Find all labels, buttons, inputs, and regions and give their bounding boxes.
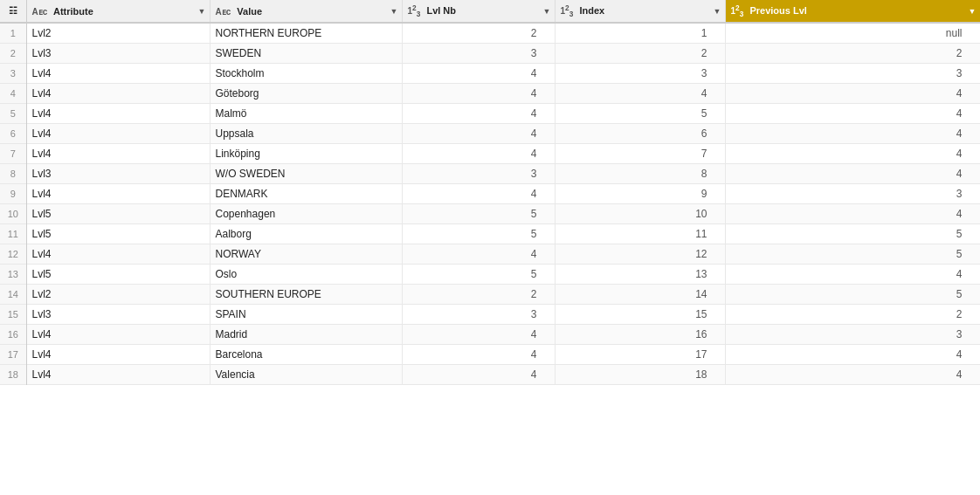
dropdown-arrow-attr[interactable]: ▼ [198,7,206,16]
header-lvlnb[interactable]: 123 Lvl Nb ▼ [402,0,555,23]
cell-lvlnb: 4 [402,104,555,124]
cell-row-num: 6 [0,124,26,144]
cell-attribute: Lvl4 [26,104,210,124]
cell-value: Barcelona [210,345,402,365]
header-index[interactable]: 123 Index ▼ [555,0,725,23]
cell-index: 11 [555,224,725,244]
cell-attribute: Lvl4 [26,124,210,144]
cell-row-num: 14 [0,285,26,305]
cell-attribute: Lvl4 [26,244,210,265]
cell-previous-lvl: 3 [725,325,980,345]
cell-lvlnb: 5 [402,265,555,285]
cell-index: 14 [555,285,725,305]
cell-lvlnb: 2 [402,23,555,44]
dropdown-arrow-value[interactable]: ▼ [390,7,398,16]
cell-value: W/O SWEDEN [210,164,402,184]
dropdown-arrow-lvlnb[interactable]: ▼ [543,7,551,16]
abc-icon-attr: Aᴇc [32,7,48,17]
cell-attribute: Lvl3 [26,305,210,325]
cell-index: 4 [555,84,725,104]
cell-previous-lvl: 5 [725,285,980,305]
cell-index: 9 [555,184,725,204]
cell-attribute: Lvl4 [26,84,210,104]
cell-value: SOUTHERN EUROPE [210,285,402,305]
cell-attribute: Lvl4 [26,365,210,385]
table-body: 1Lvl2NORTHERN EUROPE21null2Lvl3SWEDEN322… [0,23,980,385]
cell-lvlnb: 4 [402,365,555,385]
header-previous-lvl[interactable]: 123 Previous Lvl ▼ [725,0,980,23]
cell-row-num: 2 [0,44,26,64]
cell-previous-lvl: 4 [725,144,980,164]
table-row: 1Lvl2NORTHERN EUROPE21null [0,23,980,44]
cell-row-num: 9 [0,184,26,204]
cell-previous-lvl: 3 [725,184,980,204]
cell-previous-lvl: 5 [725,224,980,244]
data-table: ☷ Aᴇc Attribute ▼ Aᴇc Value ▼ 123 Lvl Nb… [0,0,980,385]
cell-value: Oslo [210,265,402,285]
cell-previous-lvl: 2 [725,44,980,64]
cell-index: 5 [555,104,725,124]
cell-row-num: 8 [0,164,26,184]
header-attribute[interactable]: Aᴇc Attribute ▼ [26,0,210,23]
table-row: 17Lvl4Barcelona4174 [0,345,980,365]
table-row: 14Lvl2SOUTHERN EUROPE2145 [0,285,980,305]
table-row: 18Lvl4Valencia4184 [0,365,980,385]
table-row: 4Lvl4Göteborg444 [0,84,980,104]
cell-index: 3 [555,64,725,84]
cell-index: 13 [555,265,725,285]
cell-index: 10 [555,204,725,224]
cell-previous-lvl: 4 [725,265,980,285]
header-value[interactable]: Aᴇc Value ▼ [210,0,402,23]
cell-lvlnb: 3 [402,164,555,184]
cell-value: Valencia [210,365,402,385]
cell-attribute: Lvl5 [26,265,210,285]
cell-row-num: 11 [0,224,26,244]
dropdown-arrow-index[interactable]: ▼ [714,7,721,16]
cell-lvlnb: 4 [402,325,555,345]
cell-row-num: 10 [0,204,26,224]
cell-index: 7 [555,144,725,164]
cell-attribute: Lvl4 [26,64,210,84]
cell-index: 6 [555,124,725,144]
cell-previous-lvl: 4 [725,104,980,124]
cell-index: 15 [555,305,725,325]
cell-row-num: 15 [0,305,26,325]
cell-index: 2 [555,44,725,64]
table-row: 8Lvl3W/O SWEDEN384 [0,164,980,184]
table-row: 12Lvl4NORWAY4125 [0,244,980,265]
cell-value: SPAIN [210,305,402,325]
table-row: 15Lvl3SPAIN3152 [0,305,980,325]
cell-row-num: 18 [0,365,26,385]
abc-icon-value: Aᴇc [216,7,231,17]
cell-value: NORTHERN EUROPE [210,23,402,44]
cell-value: NORWAY [210,244,402,265]
cell-lvlnb: 3 [402,44,555,64]
cell-attribute: Lvl2 [26,285,210,305]
cell-lvlnb: 4 [402,144,555,164]
header-prevlvl-label: Previous Lvl [749,5,806,16]
table-row: 2Lvl3SWEDEN322 [0,44,980,64]
cell-lvlnb: 4 [402,345,555,365]
cell-attribute: Lvl2 [26,23,210,44]
table-row: 5Lvl4Malmö454 [0,104,980,124]
cell-value: Stockholm [210,64,402,84]
cell-index: 18 [555,365,725,385]
cell-previous-lvl: null [725,23,980,44]
cell-attribute: Lvl5 [26,204,210,224]
cell-row-num: 17 [0,345,26,365]
cell-lvlnb: 4 [402,124,555,144]
header-row-num: ☷ [0,0,26,23]
cell-lvlnb: 4 [402,244,555,265]
data-table-container: ☷ Aᴇc Attribute ▼ Aᴇc Value ▼ 123 Lvl Nb… [0,0,980,495]
table-row: 6Lvl4Uppsala464 [0,124,980,144]
table-row: 11Lvl5Aalborg5115 [0,224,980,244]
table-row: 13Lvl5Oslo5134 [0,265,980,285]
cell-attribute: Lvl4 [26,184,210,204]
table-row: 9Lvl4DENMARK493 [0,184,980,204]
cell-value: Malmö [210,104,402,124]
cell-previous-lvl: 4 [725,365,980,385]
cell-row-num: 7 [0,144,26,164]
header-attribute-label: Attribute [53,6,93,17]
cell-row-num: 3 [0,64,26,84]
dropdown-arrow-prevlvl[interactable]: ▼ [969,7,977,16]
